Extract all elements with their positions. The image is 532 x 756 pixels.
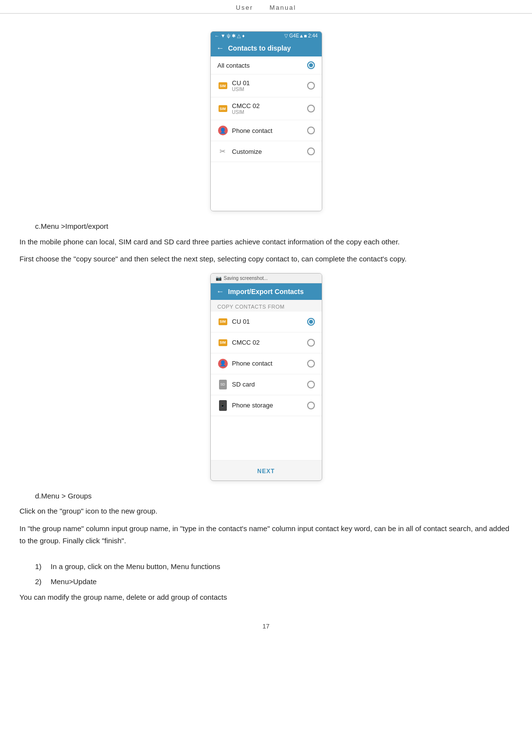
title-bar-2: ← Import/Export Contacts xyxy=(211,283,322,300)
customize-icon: ✂ xyxy=(218,146,228,157)
status-left-icons: ← ▼ ψ ✱ △ ♦ xyxy=(215,33,245,38)
page-content: ← ▼ ψ ✱ △ ♦ ▽ G4E▲■ 2:44 ← Contacts to d… xyxy=(0,14,532,618)
text-section-2: d.Menu > Groups Click on the "group" ico… xyxy=(19,490,513,604)
list-item[interactable]: SD SD card xyxy=(211,374,322,395)
screen2-body: SIM CU 01 SIM CMCC 02 xyxy=(211,312,322,460)
back-arrow-2[interactable]: ← xyxy=(217,287,224,296)
sim-icon-cmcc02: SIM xyxy=(218,103,228,114)
customize-label: Customize xyxy=(232,148,262,155)
copy-contacts-from-label: COPY CONTACTS FROM xyxy=(211,300,322,312)
list-item[interactable]: ✂ Customize xyxy=(211,141,322,162)
screen2-title: Import/Export Contacts xyxy=(228,288,304,295)
radio-phone-storage[interactable] xyxy=(307,402,315,409)
list-text-2: Menu>Update xyxy=(51,575,97,588)
radio-sdcard[interactable] xyxy=(307,381,315,388)
empty-space-2 xyxy=(211,416,322,460)
header-left: User xyxy=(236,4,253,11)
text2-para2: In "the group name" column input group n… xyxy=(19,522,513,547)
cu01-label: CU 01 xyxy=(232,79,250,87)
empty-space-1 xyxy=(211,162,322,211)
screenshot-icon: 📷 xyxy=(216,276,221,281)
list-item-2: 2) Menu>Update xyxy=(35,575,513,588)
phone-storage-icon: 📱 xyxy=(218,400,228,411)
page-header: User Manual xyxy=(0,0,532,14)
subsection-title-1: c.Menu >Import/export xyxy=(35,220,513,233)
phone-mockup-2: 📷 Saving screenshot... ← Import/Export C… xyxy=(210,273,322,481)
sdcard-label: SD card xyxy=(232,381,255,388)
header-right: Manual xyxy=(270,4,296,11)
phone-mockup-1: ← ▼ ψ ✱ △ ♦ ▽ G4E▲■ 2:44 ← Contacts to d… xyxy=(210,31,322,211)
radio-cu01[interactable] xyxy=(307,82,315,90)
page-footer: 17 xyxy=(0,618,532,638)
list-item[interactable]: SIM CMCC 02 USIM xyxy=(211,97,322,120)
list-item[interactable]: 👤 Phone contact xyxy=(211,353,322,374)
next-button-bar: NEXT xyxy=(211,460,322,480)
status-right-icons: ▽ G4E▲■ 2:44 xyxy=(284,33,318,38)
sim-icon-cu01-2: SIM xyxy=(218,316,228,327)
list-item[interactable]: All contacts xyxy=(211,56,322,74)
screenshot-label: Saving screenshot... xyxy=(224,276,268,281)
person-icon-2: 👤 xyxy=(218,358,228,369)
radio-all-contacts[interactable] xyxy=(307,61,315,69)
subsection-title-2: d.Menu > Groups xyxy=(35,490,513,502)
phone-contact-label: Phone contact xyxy=(232,127,273,134)
cmcc02-label: CMCC 02 xyxy=(232,102,260,110)
text2-para3: You can modify the group name, delete or… xyxy=(19,591,513,604)
radio-phone-contact-2[interactable] xyxy=(307,360,315,368)
phone-storage-label: Phone storage xyxy=(232,402,274,409)
screen1-container: ← ▼ ψ ✱ △ ♦ ▽ G4E▲■ 2:44 ← Contacts to d… xyxy=(19,31,513,211)
list-num-2: 2) xyxy=(35,575,47,588)
text-para-2: First choose the "copy source" and then … xyxy=(19,253,513,265)
radio-cmcc02-2[interactable] xyxy=(307,339,315,347)
list-item[interactable]: SIM CMCC 02 xyxy=(211,332,322,353)
radio-cmcc02[interactable] xyxy=(307,105,315,112)
all-contacts-label: All contacts xyxy=(218,62,250,69)
screen1-body: All contacts SIM CU 01 USIM xyxy=(211,56,322,211)
radio-phone-contact[interactable] xyxy=(307,127,315,134)
text2-para1: Click on the "group" icon to the new gro… xyxy=(19,505,513,517)
list-item-1: 1) In a group, click on the Menu button,… xyxy=(35,560,513,573)
sim-icon-cu01: SIM xyxy=(218,80,228,91)
list-item[interactable]: 👤 Phone contact xyxy=(211,120,322,141)
sdcard-icon: SD xyxy=(218,379,228,390)
phone-contact-label-2: Phone contact xyxy=(232,360,273,367)
back-arrow-1[interactable]: ← xyxy=(217,44,224,53)
status-bar-1: ← ▼ ψ ✱ △ ♦ ▽ G4E▲■ 2:44 xyxy=(211,32,322,40)
radio-customize[interactable] xyxy=(307,148,315,155)
sim-icon-cmcc02-2: SIM xyxy=(218,337,228,348)
screenshot-bar: 📷 Saving screenshot... xyxy=(211,274,322,283)
text-section-1: c.Menu >Import/export In the mobile phon… xyxy=(19,220,513,265)
radio-cu01-2[interactable] xyxy=(307,318,315,326)
cu01-label-2: CU 01 xyxy=(232,318,250,325)
screen1-title: Contacts to display xyxy=(228,44,291,52)
title-bar-1: ← Contacts to display xyxy=(211,40,322,56)
next-button[interactable]: NEXT xyxy=(257,468,275,475)
cu01-sublabel: USIM xyxy=(232,87,250,92)
list-item[interactable]: 📱 Phone storage xyxy=(211,395,322,416)
list-item[interactable]: SIM CU 01 USIM xyxy=(211,74,322,97)
person-icon-1: 👤 xyxy=(218,125,228,136)
screen2-container: 📷 Saving screenshot... ← Import/Export C… xyxy=(19,273,513,481)
list-text-1: In a group, click on the Menu button, Me… xyxy=(51,560,220,573)
text-para-1: In the mobile phone can local, SIM card … xyxy=(19,236,513,248)
cmcc02-sublabel: USIM xyxy=(232,110,260,115)
list-item[interactable]: SIM CU 01 xyxy=(211,312,322,332)
cmcc02-label-2: CMCC 02 xyxy=(232,339,260,346)
list-num-1: 1) xyxy=(35,560,47,573)
page-number: 17 xyxy=(262,623,269,630)
